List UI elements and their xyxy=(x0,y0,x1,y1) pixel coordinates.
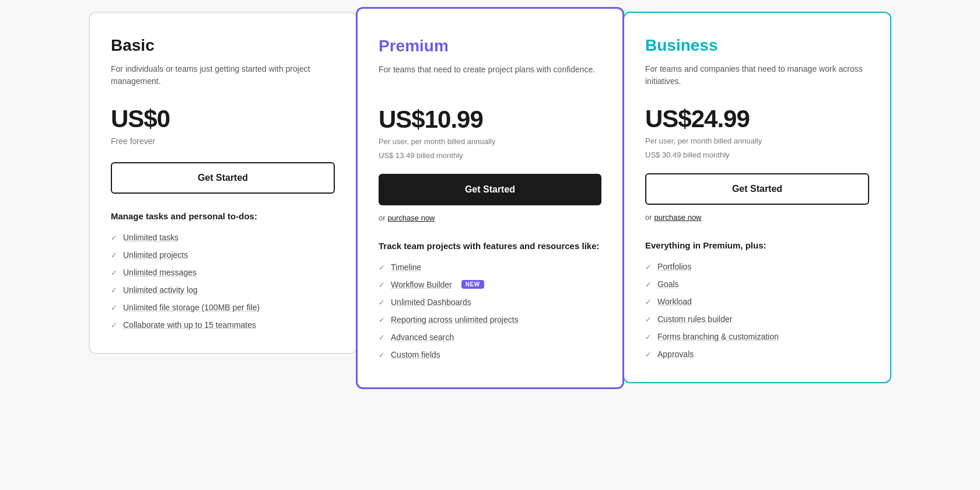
feature-text: Timeline xyxy=(391,262,421,272)
check-icon: ✓ xyxy=(111,268,117,277)
plan-price-basic: US$0 xyxy=(111,105,335,133)
price-note-business: Per user, per month billed annually xyxy=(645,136,869,148)
list-item: ✓ Unlimited activity log xyxy=(111,285,335,295)
price-free-label: Free forever xyxy=(111,136,335,146)
plan-card-basic: Basic For individuals or teams just gett… xyxy=(89,12,357,354)
check-icon: ✓ xyxy=(379,263,385,272)
plan-description-basic: For individuals or teams just getting st… xyxy=(111,63,335,91)
feature-text: Goals xyxy=(657,279,679,289)
list-item: ✓ Unlimited tasks xyxy=(111,233,335,242)
list-item: ✓ Unlimited Dashboards xyxy=(379,298,601,307)
check-icon: ✓ xyxy=(379,281,385,289)
feature-text: Unlimited file storage (100MB per file) xyxy=(123,303,260,312)
list-item: ✓ Unlimited messages xyxy=(111,268,335,277)
price-note-premium: Per user, per month billed annually xyxy=(379,137,601,149)
check-icon: ✓ xyxy=(379,298,385,307)
plan-description-business: For teams and companies that need to man… xyxy=(645,63,869,91)
plan-card-business: Business For teams and companies that ne… xyxy=(623,12,891,383)
list-item: ✓ Forms branching & customization xyxy=(645,332,869,341)
feature-text: Custom fields xyxy=(391,350,440,359)
check-icon: ✓ xyxy=(111,321,117,330)
feature-text: Custom rules builder xyxy=(657,314,732,324)
feature-text: Unlimited activity log xyxy=(123,285,198,295)
check-icon: ✓ xyxy=(645,350,652,359)
list-item: ✓ Portfolios xyxy=(645,262,869,271)
plan-name-business: Business xyxy=(645,36,869,55)
or-label-business: or xyxy=(645,213,652,222)
purchase-now-link-premium[interactable]: purchase now xyxy=(388,214,435,222)
plan-price-premium: US$10.99 xyxy=(379,106,601,134)
list-item: ✓ Advanced search xyxy=(379,332,601,342)
feature-list-business: ✓ Portfolios ✓ Goals ✓ Workload ✓ Custom… xyxy=(645,262,869,359)
purchase-link-row-premium: or purchase now xyxy=(379,214,601,222)
plan-name-basic: Basic xyxy=(111,36,335,55)
new-badge: NEW xyxy=(461,280,484,289)
get-started-button-business[interactable]: Get Started xyxy=(645,173,869,205)
check-icon: ✓ xyxy=(645,315,652,324)
list-item: ✓ Custom fields xyxy=(379,350,601,359)
list-item: ✓ Workflow Builder NEW xyxy=(379,280,601,289)
list-item: ✓ Custom rules builder xyxy=(645,314,869,324)
feature-text: Reporting across unlimited projects xyxy=(391,315,519,324)
feature-text: Collaborate with up to 15 teammates xyxy=(123,320,256,330)
plan-card-premium: Premium For teams that need to create pr… xyxy=(356,7,624,389)
price-subtext-business: US$ 30.49 billed monthly xyxy=(645,150,869,159)
list-item: ✓ Collaborate with up to 15 teammates xyxy=(111,320,335,330)
plan-price-business: US$24.99 xyxy=(645,105,869,133)
check-icon: ✓ xyxy=(645,262,652,271)
list-item: ✓ Timeline xyxy=(379,262,601,272)
list-item: ✓ Unlimited projects xyxy=(111,250,335,260)
check-icon: ✓ xyxy=(379,351,385,359)
feature-text: Unlimited tasks xyxy=(123,233,178,242)
or-label-premium: or xyxy=(379,214,386,222)
check-icon: ✓ xyxy=(111,233,117,242)
feature-text: Workflow Builder xyxy=(391,280,452,289)
check-icon: ✓ xyxy=(645,332,652,341)
feature-list-basic: ✓ Unlimited tasks ✓ Unlimited projects ✓… xyxy=(111,233,335,330)
get-started-button-premium[interactable]: Get Started xyxy=(379,174,601,205)
check-icon: ✓ xyxy=(379,316,385,324)
feature-text: Workload xyxy=(657,297,692,306)
purchase-link-row-business: or purchase now xyxy=(645,213,869,222)
check-icon: ✓ xyxy=(645,280,652,289)
check-icon: ✓ xyxy=(111,251,117,260)
list-item: ✓ Reporting across unlimited projects xyxy=(379,315,601,324)
check-icon: ✓ xyxy=(379,333,385,342)
features-title-premium: Track team projects with features and re… xyxy=(379,240,601,252)
list-item: ✓ Approvals xyxy=(645,349,869,359)
features-title-business: Everything in Premium, plus: xyxy=(645,239,869,251)
list-item: ✓ Goals xyxy=(645,279,869,289)
feature-text: Forms branching & customization xyxy=(657,332,779,341)
check-icon: ✓ xyxy=(645,298,652,306)
feature-list-premium: ✓ Timeline ✓ Workflow Builder NEW ✓ Unli… xyxy=(379,262,601,359)
feature-text: Approvals xyxy=(657,349,694,359)
feature-text: Advanced search xyxy=(391,332,454,342)
purchase-now-link-business[interactable]: purchase now xyxy=(654,213,702,222)
pricing-container: Basic For individuals or teams just gett… xyxy=(82,12,898,384)
list-item: ✓ Workload xyxy=(645,297,869,306)
feature-text: Unlimited projects xyxy=(123,250,188,260)
feature-text: Portfolios xyxy=(657,262,691,271)
feature-text: Unlimited messages xyxy=(123,268,197,277)
feature-text: Unlimited Dashboards xyxy=(391,298,471,307)
list-item: ✓ Unlimited file storage (100MB per file… xyxy=(111,303,335,312)
price-subtext-premium: US$ 13.49 billed monthly xyxy=(379,151,601,160)
plan-description-premium: For teams that need to create project pl… xyxy=(379,64,601,92)
check-icon: ✓ xyxy=(111,303,117,312)
get-started-button-basic[interactable]: Get Started xyxy=(111,162,335,194)
features-title-basic: Manage tasks and personal to-dos: xyxy=(111,210,335,222)
check-icon: ✓ xyxy=(111,286,117,295)
plan-name-premium: Premium xyxy=(379,37,601,55)
